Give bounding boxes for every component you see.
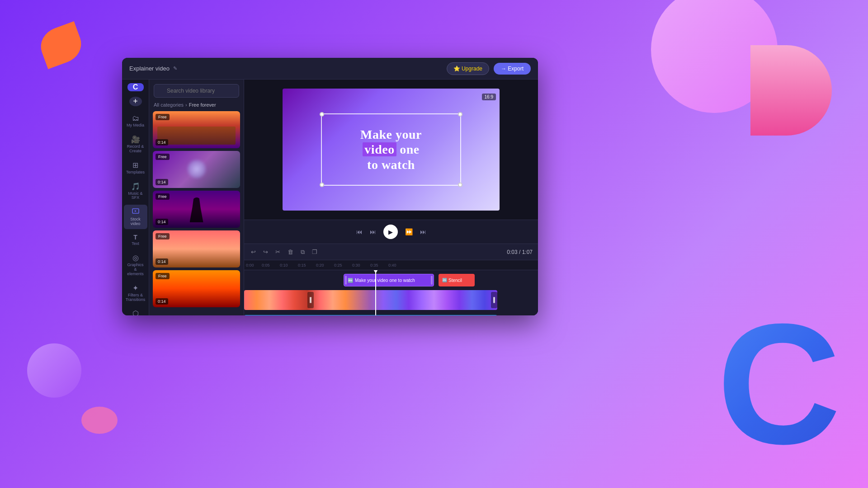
text-track-handle-left[interactable]: [345, 276, 347, 285]
free-badge-5: Free: [156, 273, 170, 279]
graphics-label: Graphics & elements: [126, 263, 146, 277]
brand-c-decoration: C: [717, 298, 841, 470]
timeline-area: ↩ ↪ ✂ 🗑 ⧉ ❐ 0:03 / 1:07 0:00 0:05 0:10: [244, 244, 538, 315]
free-badge-1: Free: [156, 114, 170, 120]
cut-button[interactable]: ✂: [274, 247, 282, 257]
skip-forward-button[interactable]: ⏭: [420, 228, 426, 235]
video-track-resize-right[interactable]: [491, 292, 497, 308]
search-area: 🔍: [149, 80, 244, 100]
sidebar-nav: C + 🗂 My Media 🎥 Record & Create ⊞ Templ…: [122, 80, 149, 315]
app-logo[interactable]: C: [127, 83, 144, 91]
text-track-label: Make your video one to watch: [355, 278, 415, 283]
add-button[interactable]: +: [129, 97, 142, 106]
video-canvas[interactable]: 16:9 Make your video one to watch: [283, 89, 500, 211]
canvas-area: 16:9 Make your video one to watch: [244, 80, 538, 315]
brand-icon: ⬡: [132, 309, 139, 315]
music-icon: 🎵: [131, 182, 140, 191]
free-badge-3: Free: [156, 193, 170, 200]
sidebar-item-filters[interactable]: ✦ Filters & Transitions: [124, 281, 147, 305]
breadcrumb-root[interactable]: All categories: [154, 102, 184, 108]
music-track[interactable]: ♪ ♪ Music track: [244, 315, 497, 315]
duplicate-button[interactable]: ❐: [311, 247, 319, 257]
duration-badge-1: 0:14: [156, 139, 168, 145]
rewind-button[interactable]: ⏭: [370, 228, 376, 235]
stencil-track[interactable]: 🔤 Stencil: [439, 274, 475, 286]
video-thumb-2[interactable]: Free 0:14: [153, 151, 240, 188]
bg-decoration-pink-right: [750, 45, 832, 136]
export-button[interactable]: → Export: [494, 63, 531, 75]
upgrade-button[interactable]: ⭐ Upgrade: [447, 62, 489, 75]
music-label: Music & SFX: [126, 192, 146, 201]
video-track-resize-left[interactable]: [307, 292, 314, 308]
canvas-highlight-word: video: [363, 142, 396, 156]
skip-back-button[interactable]: ⏮: [356, 228, 363, 235]
ratio-badge: 16:9: [482, 92, 496, 100]
handle-top-right[interactable]: [458, 112, 462, 117]
free-badge-2: Free: [156, 154, 170, 160]
bg-decoration-pink-bottom: [81, 407, 118, 434]
free-badge-4: Free: [156, 233, 170, 239]
sidebar-item-templates[interactable]: ⊞ Templates: [124, 158, 147, 178]
undo-button[interactable]: ↩: [250, 247, 257, 257]
templates-icon: ⊞: [132, 161, 138, 169]
timeline-ruler: 0:00 0:05 0:10 0:15 0:20 0:25 0:30 0:35 …: [244, 260, 538, 270]
text-track-handle-right[interactable]: [431, 276, 433, 285]
handle-bottom-left[interactable]: [320, 183, 324, 187]
my-media-icon: 🗂: [132, 114, 139, 122]
video-thumb-1[interactable]: Free 0:14: [153, 111, 240, 148]
play-icon: ▶: [388, 229, 393, 235]
sidebar-item-music[interactable]: 🎵 Music & SFX: [124, 179, 147, 203]
playback-controls: ⏮ ⏭ ▶ ⏩ ⏭: [244, 220, 538, 244]
sidebar-item-brand[interactable]: ⬡ Brand: [124, 306, 147, 315]
stock-video-icon: [132, 207, 139, 216]
record-icon: 🎥: [131, 135, 140, 144]
play-button[interactable]: ▶: [383, 225, 398, 239]
top-bar-actions: ⭐ Upgrade → Export: [447, 62, 531, 75]
canvas-text-selection[interactable]: Make your video one to watch: [321, 113, 461, 186]
handle-top-left[interactable]: [320, 112, 324, 117]
sidebar-item-graphics[interactable]: ◎ Graphics & elements: [124, 251, 147, 279]
breadcrumb: All categories › Free forever: [149, 100, 244, 111]
project-name: Explainer video ✎: [129, 65, 177, 72]
video-thumb-4[interactable]: Free 0:14: [153, 230, 240, 267]
search-input[interactable]: [154, 84, 239, 98]
redo-button[interactable]: ↪: [262, 247, 269, 257]
bg-decoration-purple-left: [27, 343, 81, 398]
templates-label: Templates: [126, 170, 145, 175]
sidebar-item-stock-video[interactable]: Stock video: [124, 205, 147, 229]
copy-button[interactable]: ⧉: [299, 247, 306, 257]
fast-forward-button[interactable]: ⏩: [405, 228, 413, 235]
filters-label: Filters & Transitions: [126, 293, 146, 302]
breadcrumb-current: Free forever: [189, 102, 216, 108]
sidebar-item-text[interactable]: T Text: [124, 231, 147, 249]
bg-decoration-pink-top: [651, 0, 778, 113]
text-icon: T: [133, 234, 137, 241]
video-thumb-3[interactable]: Free 0:14: [153, 191, 240, 228]
search-wrapper: 🔍: [154, 84, 239, 98]
video-grid: Free 0:14 Free 0:14 Free 0:14: [149, 111, 244, 315]
sidebar-item-record[interactable]: 🎥 Record & Create: [124, 132, 147, 156]
timeline-time: 0:03 / 1:07: [507, 249, 533, 255]
delete-button[interactable]: 🗑: [286, 247, 295, 257]
sidebar-item-my-media[interactable]: 🗂 My Media: [124, 112, 147, 131]
text-track-row: 🔤 Make your video one to watch 🔤 Stencil: [244, 272, 538, 288]
video-thumb-5[interactable]: Free 0:14: [153, 270, 240, 307]
video-track[interactable]: [244, 290, 497, 310]
timeline-tracks: 🔤 Make your video one to watch 🔤 Stencil: [244, 270, 538, 315]
duration-badge-2: 0:14: [156, 179, 168, 185]
handle-bottom-right[interactable]: [458, 183, 462, 187]
my-media-label: My Media: [127, 123, 144, 128]
playhead[interactable]: [375, 270, 376, 315]
text-label: Text: [132, 242, 139, 246]
duration-badge-4: 0:14: [156, 258, 168, 265]
text-track[interactable]: 🔤 Make your video one to watch: [344, 274, 434, 286]
music-track-row: ♪ ♪ Music track: [244, 312, 538, 315]
stock-video-label: Stock video: [126, 217, 146, 226]
video-track-content: [244, 290, 497, 310]
main-content: C + 🗂 My Media 🎥 Record & Create ⊞ Templ…: [122, 80, 538, 315]
project-rename-icon[interactable]: ✎: [173, 66, 177, 71]
canvas-preview: 16:9 Make your video one to watch: [244, 80, 538, 220]
record-label: Record & Create: [126, 145, 146, 154]
graphics-icon: ◎: [132, 253, 139, 262]
breadcrumb-separator: ›: [185, 102, 187, 108]
